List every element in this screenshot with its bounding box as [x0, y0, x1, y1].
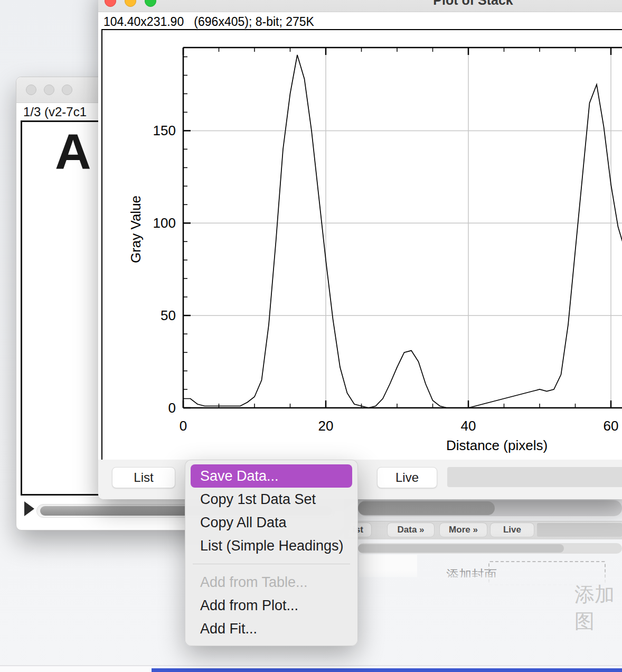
background-scrollbar-thumb[interactable] [358, 501, 495, 515]
svg-text:100: 100 [153, 215, 176, 231]
add-figure-label: 添加图 [574, 581, 622, 635]
background-button-live[interactable]: Live [490, 522, 534, 537]
plot-window-titlebar[interactable]: Plot of Stack [98, 0, 622, 12]
plot-window: Plot of Stack 104.40x231.90 (696x405); 8… [98, 0, 622, 499]
menu-separator [193, 564, 350, 564]
svg-text:0: 0 [168, 400, 176, 416]
background-button-data[interactable]: Data » [387, 522, 435, 537]
profile-plot-canvas[interactable]: 0204060050100150Distance (pixels)Gray Va… [101, 29, 622, 461]
background-status-box [537, 523, 622, 537]
play-icon[interactable] [24, 501, 34, 516]
menu-item-add-fit[interactable]: Add Fit... [185, 617, 357, 640]
svg-text:20: 20 [318, 418, 334, 434]
menu-item-copy-all-data[interactable]: Copy All Data [185, 511, 357, 534]
plot-info-line: 104.40x231.90 (696x405); 8-bit; 275K [103, 15, 314, 29]
svg-text:50: 50 [161, 307, 176, 323]
minimize-icon[interactable] [44, 85, 54, 95]
menu-item-list-simple-headings[interactable]: List (Simple Headings) [185, 534, 357, 557]
profile-plot: 0204060050100150Distance (pixels)Gray Va… [102, 30, 622, 460]
menu-item-copy-1st-data-set[interactable]: Copy 1st Data Set [185, 488, 357, 511]
menu-item-save-data[interactable]: Save Data... [191, 464, 352, 488]
svg-text:40: 40 [461, 418, 476, 434]
svg-text:0: 0 [180, 418, 187, 434]
image-letter: A [55, 123, 91, 181]
zoom-icon[interactable] [62, 85, 72, 95]
live-button[interactable]: Live [377, 467, 437, 488]
list-button[interactable]: List [112, 467, 175, 488]
plot-coordinate-box [447, 467, 622, 487]
window-title: Plot of Stack [394, 0, 552, 8]
background-button-more[interactable]: More » [439, 522, 487, 537]
menu-item-add-from-table: Add from Table... [185, 571, 357, 594]
minimize-icon[interactable] [125, 0, 136, 7]
zoom-icon[interactable] [145, 0, 156, 7]
close-icon[interactable] [105, 0, 116, 7]
image-info-line: 1/3 (v2-7c1 [23, 105, 87, 119]
svg-text:Gray Value: Gray Value [128, 195, 144, 263]
menu-item-add-from-plot[interactable]: Add from Plot... [185, 594, 357, 617]
data-context-menu: Save Data...Copy 1st Data SetCopy All Da… [185, 460, 358, 646]
svg-text:60: 60 [604, 418, 619, 434]
plot-button-strip: List Live [98, 460, 622, 499]
background-scrollbar2-thumb[interactable] [358, 544, 564, 553]
bottom-blue-bar [152, 668, 622, 672]
svg-text:Distance (pixels): Distance (pixels) [446, 437, 548, 453]
close-icon[interactable] [26, 85, 36, 95]
svg-text:150: 150 [153, 123, 176, 138]
